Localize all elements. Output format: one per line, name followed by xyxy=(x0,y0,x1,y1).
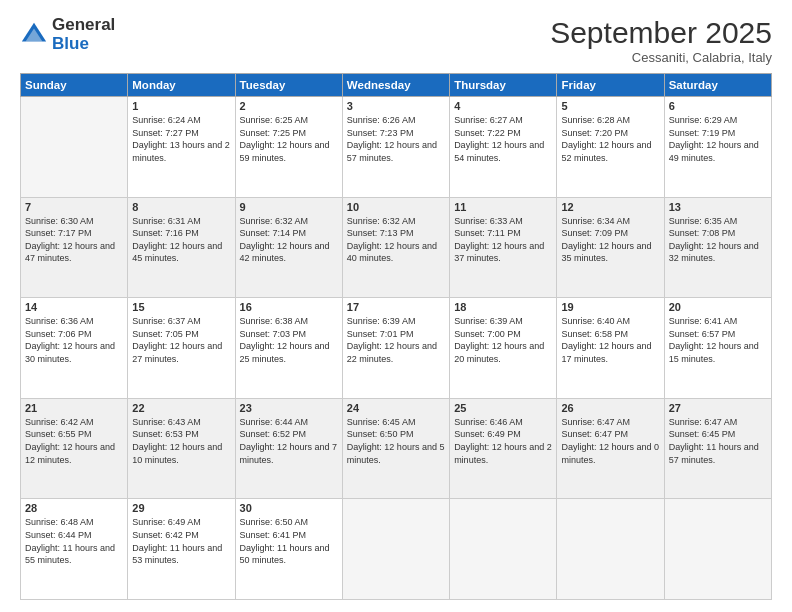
calendar-day-cell: 10Sunrise: 6:32 AMSunset: 7:13 PMDayligh… xyxy=(342,197,449,298)
day-number: 7 xyxy=(25,201,123,213)
day-info: Sunrise: 6:26 AMSunset: 7:23 PMDaylight:… xyxy=(347,114,445,164)
calendar-day-cell: 17Sunrise: 6:39 AMSunset: 7:01 PMDayligh… xyxy=(342,298,449,399)
calendar-day-cell: 1Sunrise: 6:24 AMSunset: 7:27 PMDaylight… xyxy=(128,97,235,198)
calendar-day-cell: 19Sunrise: 6:40 AMSunset: 6:58 PMDayligh… xyxy=(557,298,664,399)
day-info: Sunrise: 6:39 AMSunset: 7:00 PMDaylight:… xyxy=(454,315,552,365)
day-number: 26 xyxy=(561,402,659,414)
calendar-day-cell: 14Sunrise: 6:36 AMSunset: 7:06 PMDayligh… xyxy=(21,298,128,399)
calendar-day-cell: 18Sunrise: 6:39 AMSunset: 7:00 PMDayligh… xyxy=(450,298,557,399)
calendar-week-row: 7Sunrise: 6:30 AMSunset: 7:17 PMDaylight… xyxy=(21,197,772,298)
day-info: Sunrise: 6:29 AMSunset: 7:19 PMDaylight:… xyxy=(669,114,767,164)
calendar-day-cell: 16Sunrise: 6:38 AMSunset: 7:03 PMDayligh… xyxy=(235,298,342,399)
day-info: Sunrise: 6:32 AMSunset: 7:14 PMDaylight:… xyxy=(240,215,338,265)
day-info: Sunrise: 6:31 AMSunset: 7:16 PMDaylight:… xyxy=(132,215,230,265)
logo-text: General Blue xyxy=(52,16,115,53)
day-number: 18 xyxy=(454,301,552,313)
calendar-day-cell: 12Sunrise: 6:34 AMSunset: 7:09 PMDayligh… xyxy=(557,197,664,298)
day-number: 30 xyxy=(240,502,338,514)
calendar-day-cell: 6Sunrise: 6:29 AMSunset: 7:19 PMDaylight… xyxy=(664,97,771,198)
day-number: 28 xyxy=(25,502,123,514)
day-number: 15 xyxy=(132,301,230,313)
day-number: 3 xyxy=(347,100,445,112)
day-info: Sunrise: 6:28 AMSunset: 7:20 PMDaylight:… xyxy=(561,114,659,164)
calendar-week-row: 1Sunrise: 6:24 AMSunset: 7:27 PMDaylight… xyxy=(21,97,772,198)
logo-icon xyxy=(20,21,48,49)
day-info: Sunrise: 6:37 AMSunset: 7:05 PMDaylight:… xyxy=(132,315,230,365)
day-number: 16 xyxy=(240,301,338,313)
header: General Blue September 2025 Cessaniti, C… xyxy=(20,16,772,65)
day-info: Sunrise: 6:34 AMSunset: 7:09 PMDaylight:… xyxy=(561,215,659,265)
day-number: 29 xyxy=(132,502,230,514)
calendar-day-cell: 30Sunrise: 6:50 AMSunset: 6:41 PMDayligh… xyxy=(235,499,342,600)
calendar-day-cell: 13Sunrise: 6:35 AMSunset: 7:08 PMDayligh… xyxy=(664,197,771,298)
day-info: Sunrise: 6:41 AMSunset: 6:57 PMDaylight:… xyxy=(669,315,767,365)
day-number: 13 xyxy=(669,201,767,213)
calendar-header-row: SundayMondayTuesdayWednesdayThursdayFrid… xyxy=(21,74,772,97)
day-number: 21 xyxy=(25,402,123,414)
day-number: 24 xyxy=(347,402,445,414)
calendar-header-tuesday: Tuesday xyxy=(235,74,342,97)
calendar-day-cell: 21Sunrise: 6:42 AMSunset: 6:55 PMDayligh… xyxy=(21,398,128,499)
calendar-day-cell: 2Sunrise: 6:25 AMSunset: 7:25 PMDaylight… xyxy=(235,97,342,198)
calendar-day-cell: 11Sunrise: 6:33 AMSunset: 7:11 PMDayligh… xyxy=(450,197,557,298)
day-number: 9 xyxy=(240,201,338,213)
day-number: 14 xyxy=(25,301,123,313)
day-info: Sunrise: 6:32 AMSunset: 7:13 PMDaylight:… xyxy=(347,215,445,265)
calendar-day-cell: 3Sunrise: 6:26 AMSunset: 7:23 PMDaylight… xyxy=(342,97,449,198)
calendar-day-cell: 25Sunrise: 6:46 AMSunset: 6:49 PMDayligh… xyxy=(450,398,557,499)
month-title: September 2025 xyxy=(550,16,772,50)
calendar-header-sunday: Sunday xyxy=(21,74,128,97)
day-number: 6 xyxy=(669,100,767,112)
day-info: Sunrise: 6:50 AMSunset: 6:41 PMDaylight:… xyxy=(240,516,338,566)
day-info: Sunrise: 6:44 AMSunset: 6:52 PMDaylight:… xyxy=(240,416,338,466)
day-number: 20 xyxy=(669,301,767,313)
day-number: 23 xyxy=(240,402,338,414)
day-number: 17 xyxy=(347,301,445,313)
calendar-header-monday: Monday xyxy=(128,74,235,97)
calendar-day-cell: 8Sunrise: 6:31 AMSunset: 7:16 PMDaylight… xyxy=(128,197,235,298)
calendar-day-cell: 23Sunrise: 6:44 AMSunset: 6:52 PMDayligh… xyxy=(235,398,342,499)
logo-blue: Blue xyxy=(52,35,115,54)
day-info: Sunrise: 6:36 AMSunset: 7:06 PMDaylight:… xyxy=(25,315,123,365)
calendar: SundayMondayTuesdayWednesdayThursdayFrid… xyxy=(20,73,772,600)
logo: General Blue xyxy=(20,16,115,53)
calendar-week-row: 21Sunrise: 6:42 AMSunset: 6:55 PMDayligh… xyxy=(21,398,772,499)
calendar-week-row: 14Sunrise: 6:36 AMSunset: 7:06 PMDayligh… xyxy=(21,298,772,399)
day-info: Sunrise: 6:38 AMSunset: 7:03 PMDaylight:… xyxy=(240,315,338,365)
day-info: Sunrise: 6:48 AMSunset: 6:44 PMDaylight:… xyxy=(25,516,123,566)
calendar-day-cell xyxy=(664,499,771,600)
calendar-week-row: 28Sunrise: 6:48 AMSunset: 6:44 PMDayligh… xyxy=(21,499,772,600)
day-number: 12 xyxy=(561,201,659,213)
day-info: Sunrise: 6:27 AMSunset: 7:22 PMDaylight:… xyxy=(454,114,552,164)
day-number: 27 xyxy=(669,402,767,414)
day-info: Sunrise: 6:42 AMSunset: 6:55 PMDaylight:… xyxy=(25,416,123,466)
calendar-header-friday: Friday xyxy=(557,74,664,97)
calendar-day-cell xyxy=(21,97,128,198)
calendar-header-wednesday: Wednesday xyxy=(342,74,449,97)
day-info: Sunrise: 6:49 AMSunset: 6:42 PMDaylight:… xyxy=(132,516,230,566)
day-info: Sunrise: 6:39 AMSunset: 7:01 PMDaylight:… xyxy=(347,315,445,365)
day-number: 4 xyxy=(454,100,552,112)
location: Cessaniti, Calabria, Italy xyxy=(550,50,772,65)
day-number: 22 xyxy=(132,402,230,414)
day-number: 2 xyxy=(240,100,338,112)
calendar-day-cell: 7Sunrise: 6:30 AMSunset: 7:17 PMDaylight… xyxy=(21,197,128,298)
day-number: 8 xyxy=(132,201,230,213)
calendar-header-saturday: Saturday xyxy=(664,74,771,97)
calendar-day-cell: 24Sunrise: 6:45 AMSunset: 6:50 PMDayligh… xyxy=(342,398,449,499)
calendar-day-cell: 29Sunrise: 6:49 AMSunset: 6:42 PMDayligh… xyxy=(128,499,235,600)
day-info: Sunrise: 6:30 AMSunset: 7:17 PMDaylight:… xyxy=(25,215,123,265)
calendar-day-cell xyxy=(450,499,557,600)
day-number: 25 xyxy=(454,402,552,414)
calendar-day-cell: 9Sunrise: 6:32 AMSunset: 7:14 PMDaylight… xyxy=(235,197,342,298)
calendar-day-cell: 26Sunrise: 6:47 AMSunset: 6:47 PMDayligh… xyxy=(557,398,664,499)
calendar-day-cell xyxy=(557,499,664,600)
calendar-day-cell: 15Sunrise: 6:37 AMSunset: 7:05 PMDayligh… xyxy=(128,298,235,399)
day-info: Sunrise: 6:24 AMSunset: 7:27 PMDaylight:… xyxy=(132,114,230,164)
calendar-day-cell: 28Sunrise: 6:48 AMSunset: 6:44 PMDayligh… xyxy=(21,499,128,600)
day-number: 5 xyxy=(561,100,659,112)
day-info: Sunrise: 6:35 AMSunset: 7:08 PMDaylight:… xyxy=(669,215,767,265)
calendar-day-cell: 4Sunrise: 6:27 AMSunset: 7:22 PMDaylight… xyxy=(450,97,557,198)
day-info: Sunrise: 6:46 AMSunset: 6:49 PMDaylight:… xyxy=(454,416,552,466)
day-number: 10 xyxy=(347,201,445,213)
